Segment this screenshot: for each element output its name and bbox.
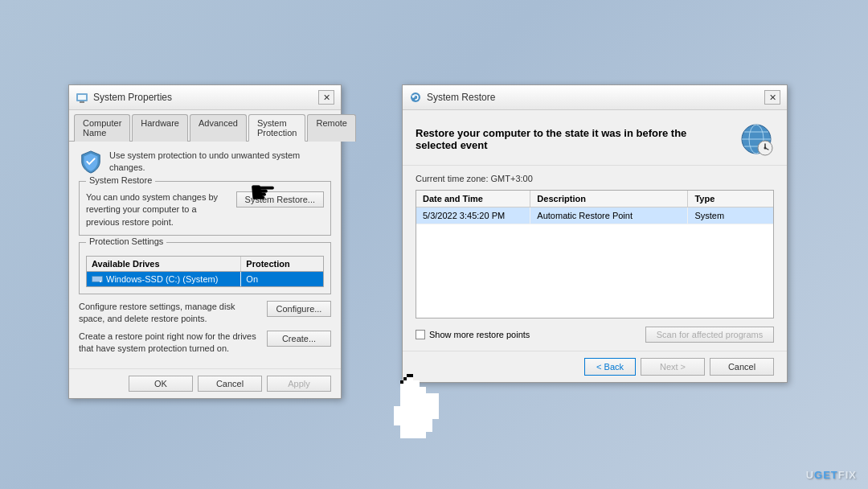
tab-computer-name[interactable]: Computer Name (74, 114, 130, 142)
svg-rect-2 (80, 101, 84, 103)
system-properties-dialog: System Properties ✕ Computer Name Hardwa… (68, 84, 342, 399)
svg-rect-23 (420, 387, 426, 393)
svg-rect-26 (394, 406, 439, 413)
system-restore-title-text: System Restore (427, 92, 495, 103)
svg-point-15 (764, 147, 767, 150)
svg-rect-29 (400, 425, 432, 432)
system-restore-dialog: System Restore ✕ Restore your computer t… (402, 84, 788, 383)
svg-rect-22 (413, 387, 420, 393)
system-properties-title-bar: System Properties ✕ (69, 85, 341, 110)
tab-advanced[interactable]: Advanced (190, 114, 247, 142)
restore-close-button[interactable]: ✕ (764, 90, 780, 105)
logo-fix: FIX (838, 469, 857, 481)
restore-title-icon (409, 91, 422, 104)
desc-col-header: Description (530, 191, 688, 207)
restore-type-cell: System (688, 208, 773, 224)
show-more-row[interactable]: Show more restore points (416, 330, 530, 339)
protection-settings-label: Protection Settings (86, 236, 166, 246)
protection-col-header: Protection (241, 257, 323, 271)
system-properties-icon (76, 91, 88, 104)
tab-bar: Computer Name Hardware Advanced System P… (69, 110, 341, 142)
restore-nav-footer: < Back Next > Cancel (403, 351, 787, 382)
pixel-cursor (394, 374, 442, 441)
system-properties-content: Use system protection to undo unwanted s… (69, 142, 341, 368)
restore-points-table[interactable]: Date and Time Description Type 5/3/2022 … (416, 190, 774, 318)
tab-remote[interactable]: Remote (307, 114, 356, 142)
restore-globe-icon (739, 121, 774, 157)
drive-icon (92, 274, 103, 284)
svg-rect-25 (400, 400, 439, 406)
system-restore-group: System Restore You can undo system chang… (79, 181, 331, 236)
svg-rect-1 (78, 95, 86, 100)
timezone-text: Current time zone: GMT+3:00 (416, 174, 774, 183)
restore-table-header: Date and Time Description Type (416, 191, 773, 208)
svg-rect-20 (400, 387, 407, 393)
restore-body: Current time zone: GMT+3:00 Date and Tim… (403, 166, 787, 351)
create-text: Create a restore point right now for the… (79, 331, 260, 355)
show-more-label: Show more restore points (429, 330, 530, 339)
ugetfix-logo: UGETFIX (806, 469, 857, 481)
system-restore-title-bar: System Restore ✕ (403, 85, 787, 110)
close-button[interactable]: ✕ (318, 90, 334, 105)
svg-rect-27 (394, 413, 439, 419)
drives-table-header: Available Drives Protection (87, 257, 323, 272)
cancel-button[interactable]: Cancel (198, 376, 262, 392)
shield-icon (79, 150, 103, 174)
ok-button[interactable]: OK (129, 376, 193, 392)
svg-point-5 (100, 281, 101, 282)
protection-settings-group: Protection Settings Available Drives Pro… (79, 242, 331, 294)
tab-system-protection[interactable]: System Protection (248, 114, 306, 142)
restore-cancel-button[interactable]: Cancel (710, 358, 774, 376)
date-col-header: Date and Time (416, 191, 530, 207)
table-row[interactable]: 5/3/2022 3:45:20 PM Automatic Restore Po… (416, 208, 773, 224)
system-restore-group-label: System Restore (86, 175, 155, 185)
drives-col-header: Available Drives (87, 257, 241, 271)
protection-description: Use system protection to undo unwanted s… (109, 150, 331, 175)
system-restore-description: You can undo system changes by reverting… (86, 191, 230, 228)
back-button[interactable]: < Back (584, 358, 636, 376)
system-restore-row: You can undo system changes by reverting… (86, 191, 324, 228)
scan-button[interactable]: Scan for affected programs (645, 327, 774, 343)
restore-desc-cell: Automatic Restore Point (530, 208, 688, 224)
restore-date-cell: 5/3/2022 3:45:20 PM (416, 208, 530, 224)
svg-rect-28 (394, 419, 432, 425)
system-restore-button[interactable]: System Restore... (236, 191, 324, 208)
system-properties-title-text: System Properties (93, 92, 172, 103)
configure-text: Configure restore settings, manage disk … (79, 301, 260, 326)
logo-u: U (806, 469, 814, 481)
create-button[interactable]: Create... (267, 331, 331, 347)
table-row[interactable]: Windows-SSD (C:) (System) On (87, 272, 323, 286)
protection-status-cell: On (241, 272, 323, 286)
logo-get: GET (814, 469, 838, 481)
show-more-checkbox[interactable] (416, 330, 425, 339)
restore-heading-text: Restore your computer to the state it wa… (416, 127, 739, 151)
tab-hardware[interactable]: Hardware (132, 114, 188, 142)
system-properties-footer: OK Cancel Apply (69, 368, 341, 398)
protection-section-header: Use system protection to undo unwanted s… (79, 150, 331, 175)
svg-rect-30 (400, 432, 426, 438)
type-col-header: Type (688, 191, 773, 207)
apply-button[interactable]: Apply (267, 376, 331, 392)
svg-point-6 (411, 92, 420, 102)
svg-rect-21 (407, 387, 413, 393)
svg-rect-24 (400, 393, 439, 400)
drives-table: Available Drives Protection Windows-SSD … (86, 256, 324, 287)
restore-heading: Restore your computer to the state it wa… (403, 110, 787, 166)
drive-name-cell: Windows-SSD (C:) (System) (87, 272, 241, 286)
next-button[interactable]: Next > (641, 358, 705, 376)
configure-button[interactable]: Configure... (267, 301, 331, 317)
